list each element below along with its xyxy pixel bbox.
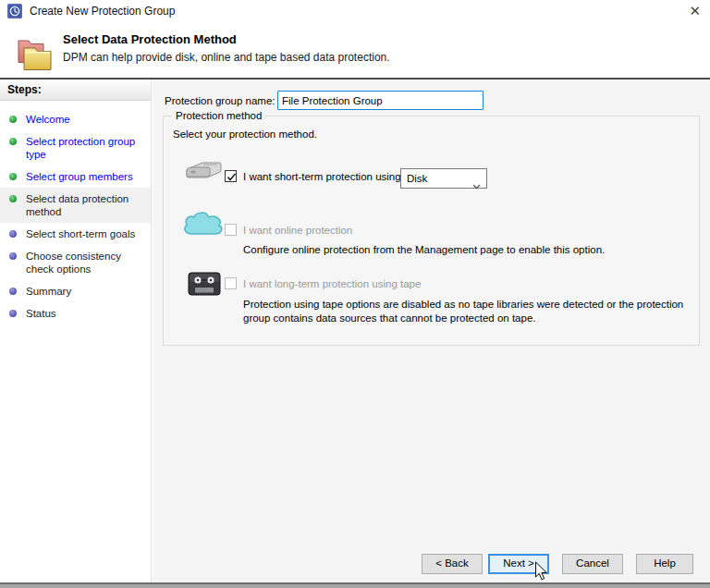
- online-protection-checkbox: [225, 224, 237, 236]
- step-select-protection-group-type[interactable]: Select protection group type: [0, 130, 151, 165]
- folder-icon: [12, 33, 55, 78]
- window-title: Create New Protection Group: [30, 5, 175, 18]
- wizard-window: Create New Protection Group ✕ Select Dat…: [0, 0, 710, 588]
- step-summary: Summary: [0, 280, 151, 302]
- short-term-protection-label: I want short-term protection using:: [243, 171, 404, 182]
- online-protection-note: Configure online protection from the Man…: [243, 243, 687, 257]
- step-choose-consistency-check-options: Choose consistency check options: [0, 245, 151, 280]
- step-select-data-protection-method: Select data protection method: [0, 188, 151, 223]
- mouse-cursor-icon: [534, 561, 548, 585]
- help-button[interactable]: Help: [636, 554, 693, 574]
- tape-protection-checkbox: [225, 277, 237, 289]
- page-subtitle: DPM can help provide disk, online and ta…: [63, 51, 390, 64]
- titlebar: Create New Protection Group ✕: [0, 0, 710, 22]
- step-pending-bullet-icon: [9, 310, 17, 317]
- wizard-clock-icon: [7, 4, 22, 18]
- steps-list: Welcome Select protection group type Sel…: [0, 101, 151, 325]
- cloud-icon: [181, 210, 226, 243]
- wizard-header: Select Data Protection Method DPM can he…: [0, 22, 710, 78]
- protection-group-name-label: Protection group name:: [165, 95, 275, 106]
- tape-protection-label: I want long-term protection using tape: [243, 278, 421, 289]
- steps-sidebar: Steps: Welcome Select protection group t…: [0, 80, 152, 582]
- step-select-group-members[interactable]: Select group members: [0, 165, 151, 188]
- groupbox-title: Protection method: [172, 110, 265, 121]
- cancel-button[interactable]: Cancel: [562, 554, 623, 574]
- short-term-protection-checkbox[interactable]: [225, 170, 237, 182]
- page-title: Select Data Protection Method: [63, 32, 237, 46]
- protection-group-name-input[interactable]: [277, 91, 484, 110]
- step-pending-bullet-icon: [9, 230, 17, 238]
- steps-header: Steps:: [0, 80, 151, 101]
- back-button[interactable]: < Back: [422, 554, 483, 574]
- step-completed-bullet-icon: [9, 116, 17, 123]
- online-protection-label: I want online protection: [243, 225, 352, 236]
- step-welcome[interactable]: Welcome: [0, 108, 151, 130]
- wizard-body: Steps: Welcome Select protection group t…: [0, 80, 710, 582]
- step-select-short-term-goals: Select short-term goals: [0, 223, 151, 245]
- window-bottom-edge: [0, 584, 710, 588]
- wizard-content: Protection group name: Protection method…: [153, 80, 710, 582]
- step-status: Status: [0, 302, 151, 325]
- instruction-text: Select your protection method.: [173, 129, 317, 140]
- step-pending-bullet-icon: [9, 252, 17, 260]
- short-term-medium-dropdown[interactable]: Disk: [400, 168, 487, 189]
- tape-protection-note: Protection using tape options are disabl…: [243, 298, 685, 325]
- disk-drive-icon: [184, 159, 223, 189]
- dropdown-selected-value: Disk: [407, 173, 427, 184]
- step-completed-bullet-icon: [9, 173, 17, 180]
- step-pending-bullet-icon: [9, 288, 17, 295]
- protection-method-groupbox: Protection method Select your protection…: [163, 116, 700, 346]
- close-icon[interactable]: ✕: [689, 3, 701, 19]
- chevron-down-icon: [472, 177, 481, 195]
- tape-cassette-icon: [188, 272, 221, 300]
- step-completed-bullet-icon: [9, 195, 17, 202]
- step-completed-bullet-icon: [9, 138, 17, 145]
